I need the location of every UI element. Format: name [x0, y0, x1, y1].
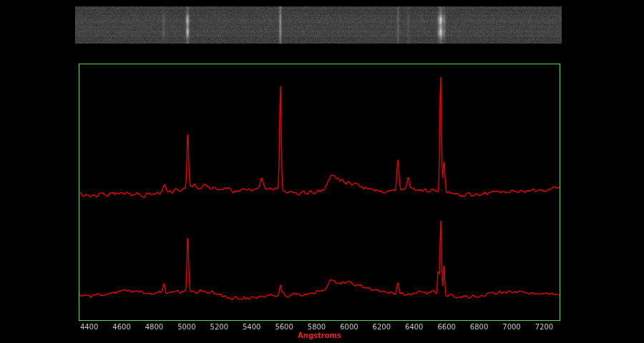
- x-tick-label: 5400: [238, 323, 266, 331]
- x-axis-title: Angstroms: [79, 332, 560, 339]
- x-tick-label: 6200: [367, 323, 396, 331]
- spectrum-plot-canvas: [79, 64, 560, 320]
- x-tick-label: 4800: [140, 323, 168, 331]
- x-tick-label: 7000: [497, 323, 526, 331]
- x-tick-label: 4600: [107, 323, 136, 331]
- x-tick-label: 5800: [303, 323, 331, 331]
- x-tick-label: 7200: [530, 323, 558, 331]
- x-tick-label: 5600: [270, 323, 298, 331]
- x-tick-label: 6400: [400, 323, 429, 331]
- spectrum-2d-strip: [75, 6, 562, 44]
- x-tick-label: 6800: [465, 323, 494, 331]
- x-tick-label: 6000: [335, 323, 364, 331]
- app-window: 4400460048005000520054005600580060006200…: [0, 0, 644, 343]
- x-tick-label: 5000: [172, 323, 201, 331]
- x-tick-label: 6600: [432, 323, 461, 331]
- x-tick-label: 4400: [75, 323, 104, 331]
- x-tick-label: 5200: [205, 323, 233, 331]
- spectrum-plot-frame: [79, 64, 560, 321]
